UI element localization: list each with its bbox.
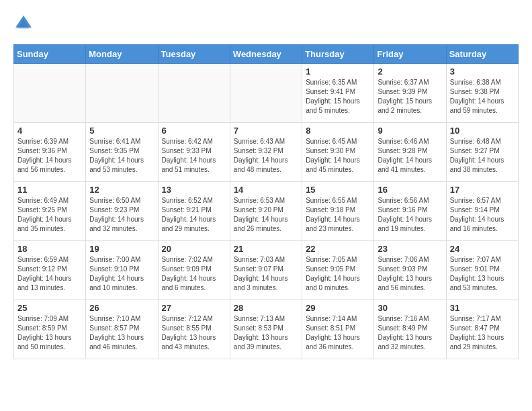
calendar-cell: 21Sunrise: 7:03 AM Sunset: 9:07 PM Dayli… xyxy=(230,241,302,300)
calendar-cell: 12Sunrise: 6:50 AM Sunset: 9:23 PM Dayli… xyxy=(86,182,158,241)
calendar-cell xyxy=(14,64,86,123)
calendar-cell: 22Sunrise: 7:05 AM Sunset: 9:05 PM Dayli… xyxy=(302,241,374,300)
calendar-cell: 15Sunrise: 6:55 AM Sunset: 9:18 PM Dayli… xyxy=(302,182,374,241)
cell-date-number: 28 xyxy=(234,303,298,313)
cell-date-number: 20 xyxy=(162,244,226,254)
cell-info-text: Sunrise: 6:53 AM Sunset: 9:20 PM Dayligh… xyxy=(234,196,298,234)
cell-info-text: Sunrise: 7:14 AM Sunset: 8:51 PM Dayligh… xyxy=(306,314,370,352)
header-row: SundayMondayTuesdayWednesdayThursdayFrid… xyxy=(14,45,519,64)
cell-date-number: 15 xyxy=(306,185,370,195)
cell-date-number: 18 xyxy=(17,244,82,254)
header-saturday: Saturday xyxy=(446,45,518,64)
cell-date-number: 11 xyxy=(17,185,82,195)
header-thursday: Thursday xyxy=(302,45,374,64)
cell-info-text: Sunrise: 6:35 AM Sunset: 9:41 PM Dayligh… xyxy=(306,78,370,116)
cell-date-number: 19 xyxy=(89,244,154,254)
cell-date-number: 6 xyxy=(162,126,226,136)
calendar-cell: 30Sunrise: 7:16 AM Sunset: 8:49 PM Dayli… xyxy=(374,300,446,359)
cell-date-number: 9 xyxy=(378,126,442,136)
calendar-cell: 10Sunrise: 6:48 AM Sunset: 9:27 PM Dayli… xyxy=(446,123,518,182)
calendar-cell: 4Sunrise: 6:39 AM Sunset: 9:36 PM Daylig… xyxy=(14,123,86,182)
cell-info-text: Sunrise: 7:09 AM Sunset: 8:59 PM Dayligh… xyxy=(17,314,82,352)
cell-info-text: Sunrise: 6:41 AM Sunset: 9:35 PM Dayligh… xyxy=(89,137,154,175)
cell-info-text: Sunrise: 7:13 AM Sunset: 8:53 PM Dayligh… xyxy=(234,314,298,352)
calendar-cell: 20Sunrise: 7:02 AM Sunset: 9:09 PM Dayli… xyxy=(158,241,230,300)
cell-date-number: 31 xyxy=(450,303,515,313)
calendar-cell: 7Sunrise: 6:43 AM Sunset: 9:32 PM Daylig… xyxy=(230,123,302,182)
cell-date-number: 24 xyxy=(450,244,515,254)
calendar-cell: 25Sunrise: 7:09 AM Sunset: 8:59 PM Dayli… xyxy=(14,300,86,359)
calendar-cell xyxy=(230,64,302,123)
cell-info-text: Sunrise: 6:38 AM Sunset: 9:38 PM Dayligh… xyxy=(450,78,515,116)
cell-date-number: 1 xyxy=(306,66,370,77)
page-header xyxy=(13,13,519,34)
cell-info-text: Sunrise: 7:03 AM Sunset: 9:07 PM Dayligh… xyxy=(234,255,298,293)
cell-date-number: 7 xyxy=(234,126,298,136)
cell-info-text: Sunrise: 7:07 AM Sunset: 9:01 PM Dayligh… xyxy=(450,255,515,293)
cell-info-text: Sunrise: 7:05 AM Sunset: 9:05 PM Dayligh… xyxy=(306,255,370,293)
cell-info-text: Sunrise: 6:57 AM Sunset: 9:14 PM Dayligh… xyxy=(450,196,515,234)
calendar-cell: 31Sunrise: 7:17 AM Sunset: 8:47 PM Dayli… xyxy=(446,300,518,359)
cell-date-number: 25 xyxy=(17,303,82,313)
calendar-cell: 13Sunrise: 6:52 AM Sunset: 9:21 PM Dayli… xyxy=(158,182,230,241)
cell-date-number: 12 xyxy=(89,185,154,195)
header-sunday: Sunday xyxy=(14,45,86,64)
cell-date-number: 8 xyxy=(306,126,370,136)
calendar-cell: 5Sunrise: 6:41 AM Sunset: 9:35 PM Daylig… xyxy=(86,123,158,182)
header-friday: Friday xyxy=(374,45,446,64)
cell-info-text: Sunrise: 6:43 AM Sunset: 9:32 PM Dayligh… xyxy=(234,137,298,175)
calendar-cell: 24Sunrise: 7:07 AM Sunset: 9:01 PM Dayli… xyxy=(446,241,518,300)
cell-info-text: Sunrise: 6:42 AM Sunset: 9:33 PM Dayligh… xyxy=(162,137,226,175)
cell-date-number: 2 xyxy=(378,66,442,77)
calendar-cell: 28Sunrise: 7:13 AM Sunset: 8:53 PM Dayli… xyxy=(230,300,302,359)
calendar-cell: 14Sunrise: 6:53 AM Sunset: 9:20 PM Dayli… xyxy=(230,182,302,241)
calendar-cell: 11Sunrise: 6:49 AM Sunset: 9:25 PM Dayli… xyxy=(14,182,86,241)
cell-info-text: Sunrise: 7:02 AM Sunset: 9:09 PM Dayligh… xyxy=(162,255,226,293)
week-row-3: 11Sunrise: 6:49 AM Sunset: 9:25 PM Dayli… xyxy=(14,182,519,241)
cell-info-text: Sunrise: 7:12 AM Sunset: 8:55 PM Dayligh… xyxy=(162,314,226,352)
calendar-cell: 27Sunrise: 7:12 AM Sunset: 8:55 PM Dayli… xyxy=(158,300,230,359)
cell-date-number: 5 xyxy=(89,126,154,136)
cell-date-number: 26 xyxy=(89,303,154,313)
cell-date-number: 27 xyxy=(162,303,226,313)
cell-info-text: Sunrise: 6:55 AM Sunset: 9:18 PM Dayligh… xyxy=(306,196,370,234)
calendar-cell: 1Sunrise: 6:35 AM Sunset: 9:41 PM Daylig… xyxy=(302,64,374,123)
calendar-cell: 18Sunrise: 6:59 AM Sunset: 9:12 PM Dayli… xyxy=(14,241,86,300)
calendar-cell: 2Sunrise: 6:37 AM Sunset: 9:39 PM Daylig… xyxy=(374,64,446,123)
calendar-header: SundayMondayTuesdayWednesdayThursdayFrid… xyxy=(14,45,519,64)
cell-date-number: 14 xyxy=(234,185,298,195)
cell-date-number: 13 xyxy=(162,185,226,195)
cell-info-text: Sunrise: 7:16 AM Sunset: 8:49 PM Dayligh… xyxy=(378,314,442,352)
cell-info-text: Sunrise: 6:48 AM Sunset: 9:27 PM Dayligh… xyxy=(450,137,515,175)
calendar-cell: 9Sunrise: 6:46 AM Sunset: 9:28 PM Daylig… xyxy=(374,123,446,182)
cell-info-text: Sunrise: 7:17 AM Sunset: 8:47 PM Dayligh… xyxy=(450,314,515,352)
calendar-cell: 6Sunrise: 6:42 AM Sunset: 9:33 PM Daylig… xyxy=(158,123,230,182)
cell-date-number: 29 xyxy=(306,303,370,313)
calendar-cell: 29Sunrise: 7:14 AM Sunset: 8:51 PM Dayli… xyxy=(302,300,374,359)
calendar-cell xyxy=(158,64,230,123)
header-monday: Monday xyxy=(86,45,158,64)
cell-info-text: Sunrise: 7:10 AM Sunset: 8:57 PM Dayligh… xyxy=(89,314,154,352)
cell-info-text: Sunrise: 6:37 AM Sunset: 9:39 PM Dayligh… xyxy=(378,78,442,116)
logo-icon xyxy=(13,13,34,34)
cell-info-text: Sunrise: 6:59 AM Sunset: 9:12 PM Dayligh… xyxy=(17,255,82,293)
cell-info-text: Sunrise: 7:00 AM Sunset: 9:10 PM Dayligh… xyxy=(89,255,154,293)
header-tuesday: Tuesday xyxy=(158,45,230,64)
calendar-cell: 19Sunrise: 7:00 AM Sunset: 9:10 PM Dayli… xyxy=(86,241,158,300)
cell-date-number: 21 xyxy=(234,244,298,254)
cell-date-number: 23 xyxy=(378,244,442,254)
header-wednesday: Wednesday xyxy=(230,45,302,64)
logo xyxy=(13,13,36,34)
cell-date-number: 22 xyxy=(306,244,370,254)
week-row-1: 1Sunrise: 6:35 AM Sunset: 9:41 PM Daylig… xyxy=(14,64,519,123)
cell-info-text: Sunrise: 6:39 AM Sunset: 9:36 PM Dayligh… xyxy=(17,137,82,175)
calendar-body: 1Sunrise: 6:35 AM Sunset: 9:41 PM Daylig… xyxy=(14,64,519,359)
cell-date-number: 16 xyxy=(378,185,442,195)
cell-info-text: Sunrise: 7:06 AM Sunset: 9:03 PM Dayligh… xyxy=(378,255,442,293)
cell-info-text: Sunrise: 6:50 AM Sunset: 9:23 PM Dayligh… xyxy=(89,196,154,234)
calendar-cell: 8Sunrise: 6:45 AM Sunset: 9:30 PM Daylig… xyxy=(302,123,374,182)
cell-date-number: 30 xyxy=(378,303,442,313)
cell-date-number: 10 xyxy=(450,126,515,136)
calendar-cell: 17Sunrise: 6:57 AM Sunset: 9:14 PM Dayli… xyxy=(446,182,518,241)
cell-info-text: Sunrise: 6:45 AM Sunset: 9:30 PM Dayligh… xyxy=(306,137,370,175)
